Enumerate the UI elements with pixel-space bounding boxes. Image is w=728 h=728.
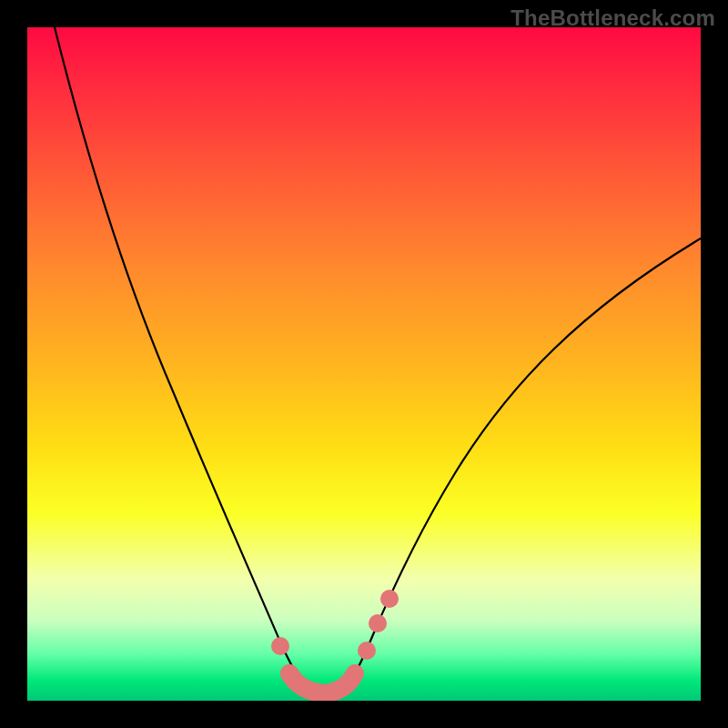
- highlight-dot: [271, 637, 289, 655]
- chart-plot-area: [27, 27, 701, 701]
- highlight-dot: [369, 614, 387, 632]
- highlight-u-segment: [289, 673, 355, 693]
- right-curve: [340, 238, 701, 693]
- left-curve: [55, 27, 311, 693]
- highlight-dot: [380, 590, 399, 608]
- highlight-dot: [358, 642, 376, 660]
- highlight-dot: [280, 664, 298, 682]
- chart-svg: [27, 27, 701, 701]
- attribution-label: TheBottleneck.com: [511, 5, 715, 31]
